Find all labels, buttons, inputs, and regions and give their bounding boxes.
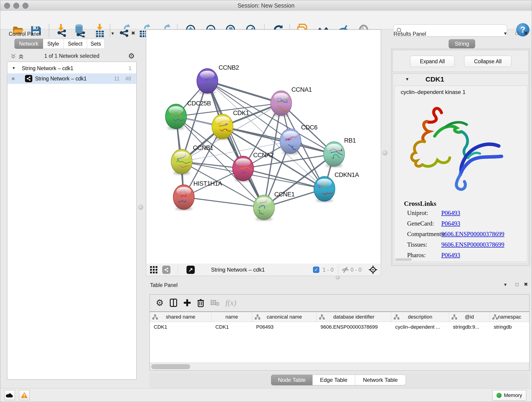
gene-section: ▾ CDK1 cyclin–dependent kinase 1 — [393, 73, 529, 264]
column-header[interactable]: canonical name — [252, 312, 317, 322]
panel-menu-icon[interactable]: ▾ — [111, 31, 114, 36]
node-label-CCNE1: CCNE1 — [274, 191, 295, 198]
cell-namespace[interactable]: stringdb — [490, 324, 529, 330]
crosslink-link[interactable]: P06493 — [441, 252, 460, 259]
results-panel: Results Panel ▾ □ ✖ String Expand All Co… — [389, 29, 532, 279]
node-CDKN1A[interactable] — [314, 177, 335, 202]
column-header[interactable]: @id — [449, 312, 490, 322]
results-scrollbar-thumb[interactable] — [395, 258, 412, 261]
tab-network-table[interactable]: Network Table — [355, 375, 406, 385]
tab-sets[interactable]: Sets — [87, 39, 105, 49]
cell-canonical-name[interactable]: P06493 — [252, 324, 317, 330]
birdseye-grid-icon[interactable] — [150, 264, 158, 276]
panel-float-icon[interactable]: □ — [515, 281, 519, 287]
table-row[interactable]: CDK1 CDK1 P06493 9606.ENSP00000378699 cy… — [150, 322, 529, 332]
node-label-CDKN1A: CDKN1A — [335, 172, 359, 178]
network-status-dot-icon — [12, 77, 15, 80]
edge-HIST1H1A-CCNE1[interactable] — [184, 197, 264, 207]
node-label-CCNA1: CCNA1 — [291, 86, 312, 93]
cell-name[interactable]: CDK1 — [211, 324, 252, 330]
table-panel-title: Table Panel — [150, 282, 177, 288]
panel-float-icon[interactable]: □ — [515, 30, 519, 36]
column-header[interactable]: description — [391, 312, 449, 322]
edge-CCNB2-CCNA1[interactable] — [207, 81, 281, 103]
edge-CCNB2-CCNE1[interactable] — [207, 81, 264, 207]
cell-id[interactable]: stringdb:9... — [449, 324, 490, 330]
node-label-CCNA2: CCNA2 — [253, 152, 273, 159]
node-RB1[interactable] — [323, 142, 346, 167]
column-header[interactable]: shared name — [150, 312, 211, 322]
crosslink-row: Pharos: P06493 — [394, 252, 527, 262]
left-splitter-handle[interactable] — [138, 205, 143, 210]
cell-database-identifier[interactable]: 9606.ENSP00000378699 — [317, 324, 391, 330]
table-hscrollbar[interactable] — [150, 363, 529, 370]
memory-button[interactable]: Memory — [492, 390, 526, 401]
network-label: String Network – cdk1 — [35, 76, 87, 82]
network-graph[interactable]: CCNB2CCNA1CDC25BCDK1CDC6RB1CCNB1CCNA2CDK… — [146, 30, 381, 264]
open-in-browser-icon[interactable]: ↗ — [186, 264, 195, 276]
crosslink-link[interactable]: P06493 — [441, 210, 460, 217]
gene-details: cyclin–dependent kinase 1 — [394, 85, 527, 262]
collection-expander-icon[interactable]: ▾ — [13, 65, 15, 70]
memory-label: Memory — [504, 392, 522, 398]
gene-section-header[interactable]: ▾ CDK1 — [393, 74, 529, 85]
delete-trash-icon[interactable] — [197, 298, 204, 307]
selected-checkbox-icon[interactable]: ✓ — [313, 264, 319, 276]
column-header[interactable]: database identifier — [317, 312, 391, 322]
tab-select[interactable]: Select — [63, 39, 87, 49]
attribute-icon — [451, 314, 457, 320]
cloud-button[interactable] — [4, 390, 15, 400]
right-splitter-handle[interactable] — [382, 150, 387, 155]
network-options-gear-icon[interactable]: ⚙ — [128, 51, 135, 60]
crosslink-link[interactable]: P06493 — [441, 220, 460, 227]
tab-network[interactable]: Network — [14, 39, 43, 49]
toolbar-separator — [338, 265, 338, 274]
control-panel-title: Control Panel — [9, 31, 41, 37]
gene-expander-icon[interactable]: ▾ — [406, 76, 409, 82]
column-header[interactable]: namespac — [490, 312, 529, 322]
expand-collapse-bar: Expand All Collapse All — [393, 50, 529, 72]
window-title: Session: New Session — [0, 0, 532, 11]
panel-close-icon[interactable]: ✖ — [524, 30, 528, 36]
network-collection-row[interactable]: ▾ String Network – cdk1 1 — [7, 63, 136, 73]
node-label-CCNB1: CCNB1 — [193, 144, 213, 151]
create-column-icon[interactable] — [170, 298, 177, 307]
tab-style[interactable]: Style — [43, 39, 63, 49]
tab-edge-table[interactable]: Edge Table — [312, 375, 355, 385]
node-CCNE1[interactable] — [253, 195, 274, 221]
cell-description[interactable]: cyclin–dependent ... — [391, 324, 449, 330]
node-CCNA1[interactable] — [271, 91, 292, 117]
panel-close-icon[interactable]: ✖ — [131, 30, 135, 36]
node-HIST1H1A[interactable] — [173, 185, 194, 211]
current-network-name: String Network – cdk1 — [211, 264, 265, 276]
collapse-all-button[interactable]: Collapse All — [464, 56, 511, 67]
column-header[interactable]: name — [211, 312, 252, 322]
status-bar: Memory — [0, 388, 532, 402]
fit-crosshair-icon[interactable] — [368, 264, 378, 276]
panel-float-icon[interactable]: □ — [123, 30, 126, 36]
expand-all-button[interactable]: Expand All — [410, 56, 455, 67]
node-table-container: ⚙ f(x) shared name — [150, 294, 530, 371]
panel-menu-icon[interactable]: ▾ — [504, 282, 507, 288]
tab-string[interactable]: String — [449, 39, 475, 48]
network-canvas[interactable]: CCNB2CCNA1CDC25BCDK1CDC6RB1CCNB1CCNA2CDK… — [146, 30, 381, 264]
add-row-plus-icon[interactable] — [183, 299, 191, 307]
string-results-box: Expand All Collapse All ▾ CDK1 cyclin–de… — [391, 49, 530, 266]
crosslink-link[interactable]: 9606.ENSP00000378699 — [441, 241, 504, 248]
panel-close-icon[interactable]: ✖ — [524, 281, 528, 287]
warnings-button[interactable] — [19, 390, 30, 400]
attribute-icon — [319, 314, 325, 320]
crosslink-link[interactable]: 9606.ENSP00000378699 — [441, 230, 504, 238]
title-bar: Session: New Session — [0, 0, 532, 11]
node-CCNB2[interactable] — [197, 69, 220, 95]
table-hscrollbar-thumb[interactable] — [151, 364, 190, 369]
table-options-gear-icon[interactable]: ⚙ — [156, 298, 164, 308]
selected-counts: 1 - 0 — [323, 264, 334, 276]
hidden-counts: 0 - 0 — [351, 264, 361, 276]
cell-shared-name[interactable]: CDK1 — [150, 324, 211, 330]
function-builder-icon: f(x) — [225, 298, 236, 307]
network-row-selected[interactable]: String Network – cdk1 11 48 — [7, 73, 136, 84]
string-badge-icon[interactable] — [162, 264, 171, 276]
panel-menu-icon[interactable]: ▾ — [504, 31, 507, 36]
tab-node-table[interactable]: Node Table — [271, 375, 312, 385]
